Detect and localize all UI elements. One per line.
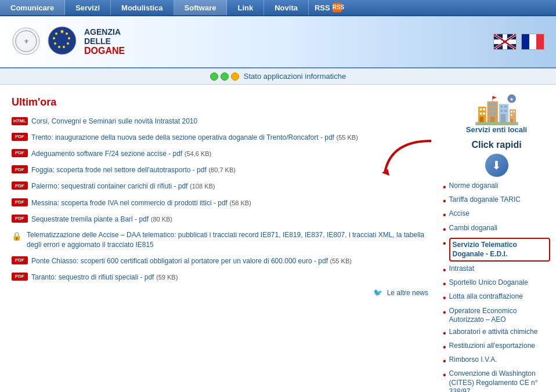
nav-novita[interactable]: Novita [264, 0, 309, 15]
status-link[interactable]: Stato applicazioni informatiche [244, 72, 346, 81]
svg-rect-19 [483, 112, 485, 115]
city-icon: ★ [474, 93, 520, 125]
bird-icon: 🐦 [373, 288, 382, 297]
news-link[interactable]: Trento: inaugurazione della nuova sede d… [31, 133, 334, 141]
svg-rect-16 [479, 108, 482, 111]
bullet-icon: • [443, 292, 446, 303]
status-dot-2 [221, 72, 229, 81]
pdf-icon: PDF [12, 198, 28, 206]
quick-link-item: • Convenzione di Washington (CITES) Rego… [443, 369, 550, 392]
content-area: Ultim'ora HTML Corsi, Convegni e Seminar… [0, 90, 440, 392]
html-icon: HTML [12, 117, 28, 125]
quick-link-item: • Rimborso I.V.A. [443, 355, 550, 366]
bullet-icon: • [443, 342, 446, 353]
bullet-icon: • [443, 355, 446, 366]
svg-point-7 [68, 37, 70, 39]
quick-link[interactable]: Laboratori e attività chimiche [449, 328, 538, 337]
quick-link[interactable]: Sportello Unico Doganale [449, 278, 528, 288]
quick-link[interactable]: Lotta alla contraffazione [449, 292, 523, 302]
quick-link-item: • Operatore Economico Autorizzato – AEO [443, 307, 550, 325]
list-item: PDF Palermo: sequestrati container caric… [12, 181, 428, 191]
news-size: (80 KB) [151, 216, 172, 223]
svg-rect-36 [510, 111, 512, 112]
flag-uk[interactable] [493, 34, 517, 50]
top-navigation: Comunicare Servizi Modulistica Software … [0, 0, 556, 16]
list-item: 🔒 Telematizzazione delle Accise – DAA te… [12, 230, 428, 250]
altre-news-link[interactable]: Le altre news [387, 289, 428, 297]
bullet-icon: • [443, 209, 446, 220]
svg-point-5 [61, 30, 63, 32]
news-link[interactable]: Messina: scoperta frode IVA nel commerci… [31, 199, 228, 207]
emblem-icon: ⚜ [12, 27, 41, 57]
pdf-icon: PDF [12, 215, 28, 223]
news-link[interactable]: Ponte Chiasso: scoperti 600 certificati … [31, 257, 328, 265]
quick-link-highlighted[interactable]: Servizio Telematico Doganale - E.D.I. [453, 241, 517, 259]
svg-rect-32 [500, 110, 503, 112]
rss-area[interactable]: RSS RSS [309, 0, 348, 15]
agency-name-text: AGENZIA DELLE DOGANE [84, 27, 125, 56]
quick-link-item: • Intrastat [443, 264, 550, 275]
nav-comunicare[interactable]: Comunicare [0, 0, 65, 15]
language-flags [493, 34, 544, 50]
svg-point-9 [63, 46, 65, 48]
quick-link[interactable]: Convenzione di Washington (CITES) Regola… [449, 369, 550, 392]
quick-link[interactable]: Rimborso I.V.A. [449, 355, 497, 365]
quick-link-item: • Tariffa doganale TARIC [443, 195, 550, 206]
bullet-icon: • [443, 182, 446, 193]
svg-point-8 [67, 42, 69, 45]
quick-link[interactable]: Restituzioni all'esportazione [449, 342, 535, 351]
news-link[interactable]: Corsi, Convegni e Seminari sulle novità … [31, 117, 197, 126]
quick-link[interactable]: Intrastat [449, 264, 474, 274]
list-item: PDF Taranto: sequestro di rifiuti specia… [12, 272, 428, 282]
list-item: HTML Corsi, Convegni e Seminari sulle no… [12, 117, 428, 126]
nav-servizi[interactable]: Servizi [65, 0, 111, 15]
bullet-icon: • [443, 369, 446, 380]
svg-point-10 [58, 46, 60, 48]
svg-rect-22 [489, 103, 492, 106]
quick-link[interactable]: Accise [449, 209, 470, 219]
status-dots [210, 72, 239, 81]
quick-link-item: • Sportello Unico Doganale [443, 278, 550, 289]
bullet-icon: • [443, 224, 446, 235]
download-icon-area: ⬇ [443, 154, 550, 177]
svg-point-12 [53, 37, 55, 39]
agency-star-logo [46, 25, 78, 59]
rss-label: RSS [315, 3, 330, 12]
quick-link-item: • Laboratori e attività chimiche [443, 328, 550, 339]
quick-link-item: • Norme doganali [443, 182, 550, 193]
news-link[interactable]: Palermo: sequestrati container carichi d… [31, 182, 187, 190]
download-icon: ⬇ [485, 154, 508, 177]
nav-software[interactable]: Software [174, 0, 228, 15]
news-size: (80,7 KB) [208, 166, 235, 173]
svg-rect-25 [493, 108, 496, 111]
nav-modulistica[interactable]: Modulistica [111, 0, 174, 15]
news-size: (59 KB) [156, 274, 178, 281]
flag-fr[interactable] [521, 34, 544, 50]
quick-link-item: • Restituzioni all'esportazione [443, 342, 550, 353]
news-size: (58 KB) [230, 199, 251, 206]
svg-rect-23 [493, 103, 496, 106]
nav-link[interactable]: Link [227, 0, 264, 15]
quick-link[interactable]: Tariffa doganale TARIC [449, 195, 521, 205]
pdf-icon: PDF [12, 165, 28, 173]
news-list: HTML Corsi, Convegni e Seminari sulle no… [12, 117, 428, 282]
svg-rect-30 [500, 106, 503, 108]
logo-area: ⚜ [12, 25, 125, 59]
pdf-icon: PDF [12, 273, 28, 281]
news-link[interactable]: Telematizzazione delle Accise – DAA tele… [27, 230, 428, 250]
news-link[interactable]: Foggia: scoperta frode nel settore dell'… [31, 166, 207, 174]
quick-link-item: • Cambi doganali [443, 224, 550, 235]
bullet-icon: • [443, 307, 446, 318]
news-link[interactable]: Sequestrate tremila piante a Bari - pdf [31, 215, 149, 223]
quick-link[interactable]: Operatore Economico Autorizzato – AEO [449, 307, 550, 325]
svg-point-6 [66, 32, 68, 35]
list-item: PDF Ponte Chiasso: scoperti 600 certific… [12, 256, 428, 266]
servizi-enti-link[interactable]: Servizi enti locali [466, 125, 528, 134]
news-link[interactable]: Taranto: sequestro di rifiuti speciali -… [31, 273, 154, 281]
list-item: PDF Sequestrate tremila piante a Bari - … [12, 214, 428, 224]
quick-links-list: • Norme doganali • Tariffa doganale TARI… [443, 182, 550, 392]
news-link[interactable]: Adeguamento software F/24 sezione accise… [31, 150, 182, 158]
quick-link[interactable]: Norme doganali [449, 182, 499, 191]
quick-link[interactable]: Cambi doganali [449, 224, 497, 233]
svg-rect-34 [500, 114, 506, 123]
